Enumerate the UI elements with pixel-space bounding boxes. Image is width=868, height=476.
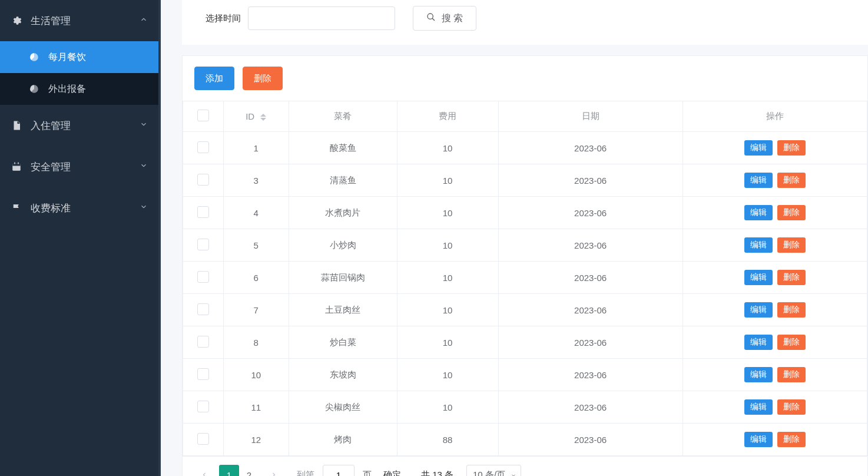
cell-date: 2023-06 (498, 359, 683, 391)
header-date: 日期 (498, 101, 683, 132)
pagination: 12 到第 页 确定 共 13 条 10 条/页 (182, 457, 868, 476)
cell-id: 8 (223, 326, 289, 359)
table-row: 11尖椒肉丝102023-06编辑删除 (183, 391, 867, 424)
row-checkbox[interactable] (197, 303, 209, 315)
row-delete-button[interactable]: 删除 (777, 367, 806, 382)
row-checkbox[interactable] (197, 401, 209, 412)
row-edit-button[interactable]: 编辑 (744, 335, 773, 350)
page-next-button[interactable] (264, 465, 284, 476)
cell-cost: 10 (397, 164, 498, 197)
row-checkbox[interactable] (197, 368, 209, 380)
sidebar-item-security-management[interactable]: 安全管理 (0, 146, 158, 187)
row-edit-button[interactable]: 编辑 (744, 205, 773, 220)
header-op: 操作 (683, 101, 867, 132)
cell-id: 5 (223, 229, 289, 262)
row-edit-button[interactable]: 编辑 (744, 399, 773, 415)
sidebar-item-monthly-meals[interactable]: 每月餐饮 (0, 41, 158, 73)
search-bar: 选择时间 搜 索 (182, 0, 868, 45)
cell-dish: 烤肉 (289, 424, 397, 456)
svg-rect-2 (14, 163, 15, 164)
cell-id: 12 (223, 424, 289, 456)
cell-cost: 10 (397, 132, 498, 164)
row-delete-button[interactable]: 删除 (777, 237, 806, 253)
svg-line-5 (432, 18, 435, 21)
row-delete-button[interactable]: 删除 (777, 302, 806, 318)
main-content: 选择时间 搜 索 添加 删除 (161, 0, 868, 476)
row-delete-button[interactable]: 删除 (777, 140, 806, 156)
cell-cost: 10 (397, 294, 498, 326)
dashboard-icon (28, 51, 40, 63)
add-button-label: 添加 (206, 73, 223, 84)
row-checkbox[interactable] (197, 141, 209, 153)
row-edit-button[interactable]: 编辑 (744, 140, 773, 156)
chevron-down-icon (140, 161, 148, 173)
row-checkbox[interactable] (197, 336, 209, 348)
cell-date: 2023-06 (498, 326, 683, 359)
page-number-1[interactable]: 1 (219, 465, 239, 476)
sidebar: 生活管理 每月餐饮 外出报备 入住管理 (0, 0, 161, 476)
row-delete-button[interactable]: 删除 (777, 205, 806, 220)
header-checkbox[interactable] (183, 101, 224, 132)
row-edit-button[interactable]: 编辑 (744, 173, 773, 188)
page-number-2[interactable]: 2 (239, 465, 259, 476)
page-size-label: 10 条/页 (473, 470, 505, 477)
cell-dish: 东坡肉 (289, 359, 397, 391)
row-delete-button[interactable]: 删除 (777, 335, 806, 350)
cell-id: 11 (223, 391, 289, 424)
bulk-delete-button[interactable]: 删除 (243, 67, 283, 90)
cell-dish: 蒜苗回锅肉 (289, 262, 397, 294)
row-edit-button[interactable]: 编辑 (744, 432, 773, 447)
cell-op: 编辑删除 (683, 391, 867, 424)
sidebar-item-outgoing-report[interactable]: 外出报备 (0, 73, 158, 105)
page-prev-button[interactable] (194, 465, 214, 476)
cell-op: 编辑删除 (683, 197, 867, 229)
add-button[interactable]: 添加 (194, 67, 234, 90)
date-input[interactable] (248, 6, 395, 30)
cell-op: 编辑删除 (683, 424, 867, 456)
row-delete-button[interactable]: 删除 (777, 432, 806, 447)
row-checkbox[interactable] (197, 433, 209, 445)
row-delete-button[interactable]: 删除 (777, 270, 806, 285)
sort-icon[interactable] (260, 114, 266, 121)
cell-date: 2023-06 (498, 294, 683, 326)
table-row: 5小炒肉102023-06编辑删除 (183, 229, 867, 262)
table-row: 8炒白菜102023-06编辑删除 (183, 326, 867, 359)
search-button[interactable]: 搜 索 (413, 6, 476, 31)
cell-op: 编辑删除 (683, 229, 867, 262)
row-edit-button[interactable]: 编辑 (744, 302, 773, 318)
cell-cost: 10 (397, 359, 498, 391)
calendar-icon (11, 161, 22, 173)
cell-op: 编辑删除 (683, 294, 867, 326)
sidebar-item-label: 入住管理 (31, 119, 71, 133)
row-checkbox[interactable] (197, 239, 209, 250)
sidebar-item-label: 外出报备 (48, 83, 86, 95)
row-delete-button[interactable]: 删除 (777, 399, 806, 415)
cell-cost: 88 (397, 424, 498, 456)
chevron-down-icon (140, 202, 148, 214)
row-edit-button[interactable]: 编辑 (744, 270, 773, 285)
sidebar-item-label: 生活管理 (31, 14, 71, 28)
goto-page-input[interactable] (323, 465, 355, 476)
gears-icon (11, 15, 22, 27)
cell-id: 1 (223, 132, 289, 164)
page-size-select[interactable]: 10 条/页 (466, 465, 521, 476)
cell-dish: 小炒肉 (289, 229, 397, 262)
cell-date: 2023-06 (498, 132, 683, 164)
cell-dish: 土豆肉丝 (289, 294, 397, 326)
cell-dish: 水煮肉片 (289, 197, 397, 229)
goto-confirm-button[interactable]: 确定 (383, 470, 401, 477)
row-checkbox[interactable] (197, 271, 209, 283)
header-id[interactable]: ID (223, 101, 289, 132)
table-row: 12烤肉882023-06编辑删除 (183, 424, 867, 456)
table-row: 10东坡肉102023-06编辑删除 (183, 359, 867, 391)
sidebar-item-checkin-management[interactable]: 入住管理 (0, 105, 158, 146)
sidebar-item-life-management[interactable]: 生活管理 (0, 0, 158, 41)
row-checkbox[interactable] (197, 206, 209, 218)
row-edit-button[interactable]: 编辑 (744, 367, 773, 382)
cell-date: 2023-06 (498, 424, 683, 456)
cell-cost: 10 (397, 326, 498, 359)
row-delete-button[interactable]: 删除 (777, 173, 806, 188)
row-checkbox[interactable] (197, 174, 209, 186)
row-edit-button[interactable]: 编辑 (744, 237, 773, 253)
sidebar-item-fee-standard[interactable]: 收费标准 (0, 187, 158, 229)
